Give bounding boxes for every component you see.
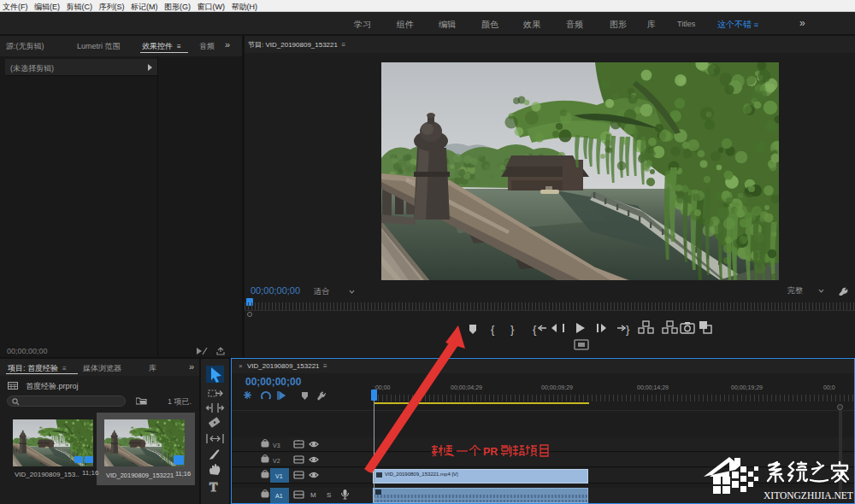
svg-text:V1: V1 xyxy=(275,473,283,479)
svg-text:}: } xyxy=(626,323,630,336)
svg-text:V3: V3 xyxy=(273,442,280,448)
svg-text:M: M xyxy=(310,491,316,499)
svg-text:T: T xyxy=(209,481,218,494)
svg-text:S: S xyxy=(327,491,331,499)
svg-text:{: { xyxy=(533,323,537,336)
svg-text:}: } xyxy=(510,323,515,336)
svg-text:A1: A1 xyxy=(275,493,283,499)
svg-text:{: { xyxy=(491,323,495,336)
svg-text:V2: V2 xyxy=(273,458,280,464)
svg-text:XITONGZHIJIA.NET: XITONGZHIJIA.NET xyxy=(764,490,853,501)
